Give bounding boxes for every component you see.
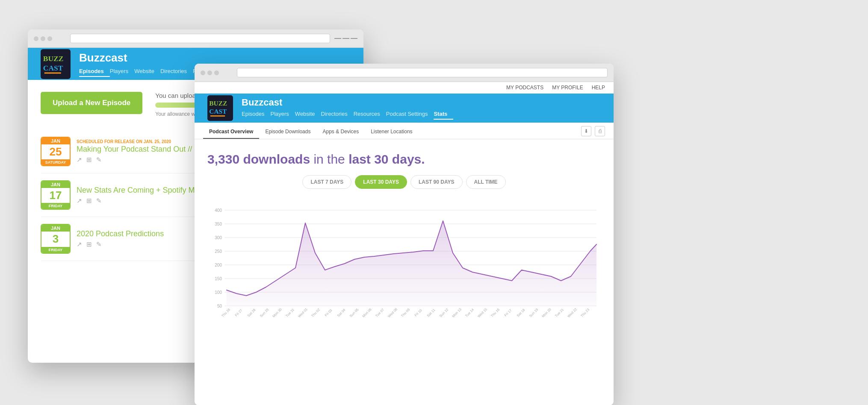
svg-text:Sat 04: Sat 04: [337, 308, 346, 317]
subnav-spacer: [419, 126, 581, 139]
dot-red-2: [201, 70, 205, 75]
svg-text:Fri 17: Fri 17: [504, 308, 513, 317]
tab-resources-2[interactable]: Resources: [354, 109, 386, 120]
share-icon-1[interactable]: ↗: [77, 156, 82, 164]
stats-content: 3,330 downloads in the last 30 days. LAS…: [195, 139, 614, 326]
stats-icon-2[interactable]: ⊞: [86, 197, 92, 205]
episode-day-3: 3: [41, 232, 70, 247]
svg-text:Tue 14: Tue 14: [464, 308, 475, 318]
tab-directories-1[interactable]: Directories: [160, 66, 193, 77]
stats-subnav: Podcast Overview Episode Downloads Apps …: [195, 123, 614, 139]
svg-text:BUZZ: BUZZ: [209, 100, 227, 107]
tab-players-1[interactable]: Players: [110, 66, 134, 77]
tab-players-2[interactable]: Players: [270, 109, 295, 120]
svg-text:CAST: CAST: [43, 63, 63, 72]
svg-text:Tue 31: Tue 31: [285, 308, 295, 318]
svg-text:Mon 30: Mon 30: [272, 307, 283, 318]
svg-text:BUZZ: BUZZ: [43, 54, 64, 63]
svg-text:Sat 11: Sat 11: [426, 308, 436, 317]
svg-text:Wed 01: Wed 01: [297, 307, 308, 318]
stats-toolbar: ⬇ ⎙: [581, 126, 605, 137]
stats-headline: 3,330 downloads in the last 30 days.: [207, 152, 601, 167]
episode-month-2: JAN: [41, 181, 70, 188]
downloads-period: last 30 days.: [348, 152, 425, 166]
subnav-listener-locations[interactable]: Listener Locations: [365, 126, 418, 139]
browser-menu-1: [334, 38, 357, 39]
svg-text:Sun 19: Sun 19: [528, 308, 539, 318]
svg-text:Sun 05: Sun 05: [349, 308, 360, 318]
stats-icon-1[interactable]: ⊞: [86, 156, 92, 164]
svg-text:Sat 28: Sat 28: [247, 308, 257, 317]
help-link[interactable]: HELP: [592, 85, 605, 91]
header-right-2: Buzzcast Episodes Players Website Direct…: [242, 97, 601, 120]
address-bar-2[interactable]: [237, 68, 608, 77]
podcast-name-2: Buzzcast: [242, 97, 601, 108]
stats-icon-3[interactable]: ⊞: [86, 241, 92, 248]
episode-month-1: JAN: [41, 138, 70, 144]
tab-podcast-settings-2[interactable]: Podcast Settings: [386, 109, 434, 120]
svg-text:Thu 26: Thu 26: [221, 308, 231, 318]
upload-new-episode-button[interactable]: Upload a New Episode: [41, 92, 142, 114]
tab-directories-2[interactable]: Directories: [321, 109, 354, 120]
svg-text:50: 50: [217, 304, 222, 308]
my-podcasts-link[interactable]: MY PODCASTS: [506, 85, 543, 91]
svg-text:100: 100: [215, 290, 222, 295]
subnav-podcast-overview[interactable]: Podcast Overview: [203, 126, 259, 139]
subnav-episode-downloads[interactable]: Episode Downloads: [259, 126, 316, 139]
dot-red: [34, 36, 38, 41]
tab-episodes-1[interactable]: Episodes: [79, 66, 110, 77]
my-profile-link[interactable]: MY PROFILE: [552, 85, 583, 91]
browser-dots-2: [201, 70, 219, 75]
print-icon[interactable]: ⎙: [595, 126, 605, 136]
tab-last-90-days[interactable]: LAST 90 DAYS: [410, 175, 463, 189]
tab-website-1[interactable]: Website: [134, 66, 160, 77]
address-bar-1[interactable]: [70, 34, 330, 43]
edit-icon-1[interactable]: ✎: [96, 156, 102, 164]
nav-tabs-2: Episodes Players Website Directories Res…: [242, 109, 601, 120]
browser-chrome-1: [28, 29, 363, 48]
downloads-chart: 400 350 300 250 200 150 100 50: [207, 197, 601, 326]
podcast-logo-1: BUZZ CAST: [41, 49, 71, 79]
browser-dots-1: [34, 36, 52, 41]
episode-day-1: 25: [41, 144, 70, 159]
dot-green-2: [214, 70, 219, 75]
tab-episodes-2[interactable]: Episodes: [242, 109, 270, 120]
svg-text:Tue 21: Tue 21: [554, 308, 564, 318]
svg-text:Sat 18: Sat 18: [516, 308, 526, 317]
svg-text:Wed 15: Wed 15: [477, 307, 488, 318]
svg-text:250: 250: [215, 249, 222, 254]
subnav-apps-devices[interactable]: Apps & Devices: [316, 126, 365, 139]
dot-green: [47, 36, 52, 41]
tab-last-7-days[interactable]: LAST 7 DAYS: [302, 175, 351, 189]
download-icon[interactable]: ⬇: [581, 126, 591, 136]
svg-text:Wed 22: Wed 22: [567, 307, 578, 318]
svg-text:Tue 07: Tue 07: [375, 308, 385, 318]
svg-text:Mon 13: Mon 13: [452, 307, 463, 318]
share-icon-3[interactable]: ↗: [77, 241, 82, 248]
tab-all-time[interactable]: ALL TIME: [466, 175, 506, 189]
svg-text:Mon 06: Mon 06: [362, 307, 373, 318]
episode-dow-2: FRIDAY: [41, 203, 70, 209]
svg-text:Thu 23: Thu 23: [580, 308, 590, 318]
svg-text:Sun 12: Sun 12: [439, 308, 449, 318]
svg-text:Thu 16: Thu 16: [490, 308, 500, 318]
svg-text:Sun 29: Sun 29: [259, 308, 270, 318]
tab-last-30-days[interactable]: LAST 30 DAYS: [355, 175, 407, 189]
svg-text:Thu 09: Thu 09: [400, 308, 410, 318]
episode-dow-1: SATURDAY: [41, 159, 70, 165]
svg-text:300: 300: [215, 235, 222, 240]
svg-text:Wed 08: Wed 08: [387, 307, 398, 318]
downloads-count: 3,330 downloads: [207, 152, 310, 166]
svg-text:150: 150: [215, 276, 222, 281]
svg-text:Fri 10: Fri 10: [414, 308, 423, 317]
header-top-nav: MY PODCASTS MY PROFILE HELP: [195, 82, 614, 94]
tab-stats-2[interactable]: Stats: [434, 109, 453, 120]
edit-icon-2[interactable]: ✎: [96, 197, 102, 205]
edit-icon-3[interactable]: ✎: [96, 241, 102, 248]
svg-text:Thu 02: Thu 02: [310, 308, 321, 318]
share-icon-2[interactable]: ↗: [77, 197, 82, 205]
svg-rect-7: [210, 115, 225, 117]
podcast-logo-2: BUZZ CAST: [207, 95, 233, 121]
svg-text:400: 400: [215, 208, 222, 213]
tab-website-2[interactable]: Website: [295, 109, 321, 120]
